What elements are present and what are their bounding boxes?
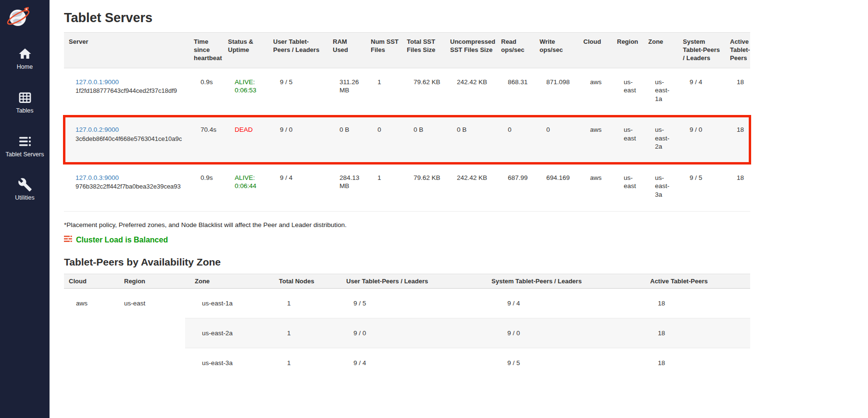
server-uuid: 976b382c2ff442f7ba0bea32e39cea93 xyxy=(75,182,188,191)
uptime-value: 0:06:53 xyxy=(235,86,266,95)
total-sst-cell: 79.62 KB xyxy=(402,68,445,116)
col-cloud: Cloud xyxy=(579,33,612,68)
user-peers-cell: 9 / 4 xyxy=(332,348,476,378)
zone-cell: us-east-2a xyxy=(185,318,269,348)
server-cell: 127.0.0.3:9000 976b382c2ff442f7ba0bea32e… xyxy=(64,164,189,212)
yugabyte-logo-icon[interactable] xyxy=(6,4,50,32)
sidebar-item-label: Utilities xyxy=(15,195,34,202)
col-region: Region xyxy=(612,33,643,68)
col-user-peers: User Tablet-Peers / Leaders xyxy=(332,274,476,289)
col-user-peers: User Tablet-Peers / Leaders xyxy=(268,33,328,68)
system-peers-cell: 9 / 0 xyxy=(476,318,640,348)
server-uuid: 1f2fd188777643cf944ced2f37c18df9 xyxy=(75,87,188,95)
ram-cell: 0 B xyxy=(328,116,366,164)
col-total-nodes: Total Nodes xyxy=(269,274,332,289)
read-ops-cell: 868.31 xyxy=(496,68,535,116)
col-uncompressed-sst: Uncompressed SST Files Size xyxy=(445,33,496,68)
az-row: aws us-east us-east-1a 1 9 / 5 9 / 4 18 xyxy=(64,289,750,318)
server-row: 127.0.0.1:9000 1f2fd188777643cf944ced2f3… xyxy=(64,68,750,116)
sidebar: Home Tables xyxy=(0,0,50,418)
balance-status-text: Cluster Load is Balanced xyxy=(76,236,168,244)
cloud-cell: aws xyxy=(579,164,612,212)
status-cell: ALIVE: 0:06:53 xyxy=(223,68,268,116)
write-ops-cell: 694.169 xyxy=(535,164,579,212)
region-cell: us-east xyxy=(111,289,185,378)
col-active-peers: Active Tablet-Peers xyxy=(725,33,750,68)
server-cell: 127.0.0.1:9000 1f2fd188777643cf944ced2f3… xyxy=(64,68,189,116)
col-system-peers: System Tablet-Peers / Leaders xyxy=(678,33,725,68)
col-read-ops: Read ops/sec xyxy=(496,33,535,68)
col-server: Server xyxy=(64,33,189,68)
zone-cell: us-east-1a xyxy=(185,289,269,318)
placement-policy-footnote: *Placement policy, Preferred zones, and … xyxy=(64,221,868,228)
active-peers-cell: 18 xyxy=(725,164,750,212)
cluster-load-status: Cluster Load is Balanced xyxy=(64,235,868,245)
col-ram: RAM Used xyxy=(328,33,366,68)
region-cell: us-east xyxy=(612,164,643,212)
user-peers-cell: 9 / 4 xyxy=(268,164,328,212)
system-peers-cell: 9 / 4 xyxy=(476,289,640,318)
system-peers-cell: 9 / 5 xyxy=(678,164,725,212)
zone-cell: us-east-3a xyxy=(185,348,269,378)
ram-cell: 311.26 MB xyxy=(328,68,366,116)
active-peers-cell: 18 xyxy=(640,289,750,318)
user-peers-cell: 9 / 0 xyxy=(332,318,476,348)
active-peers-cell: 18 xyxy=(640,348,750,378)
main-content: Tablet Servers Server Time since heartbe… xyxy=(50,0,868,418)
system-peers-cell: 9 / 4 xyxy=(678,68,725,116)
num-sst-cell: 1 xyxy=(366,68,402,116)
cloud-cell: aws xyxy=(579,68,612,116)
region-cell: us-east xyxy=(612,116,643,164)
balance-icon xyxy=(64,235,72,245)
status-cell: ALIVE: 0:06:44 xyxy=(223,164,268,212)
user-peers-cell: 9 / 5 xyxy=(268,68,328,116)
sidebar-item-label: Tablet Servers xyxy=(6,152,44,158)
cloud-cell: aws xyxy=(579,116,612,164)
col-write-ops: Write ops/sec xyxy=(535,33,579,68)
server-cell: 127.0.0.2:9000 3c6deb86f40c4f668e5763041… xyxy=(64,116,189,164)
sidebar-item-tables[interactable]: Tables xyxy=(0,90,50,114)
system-peers-cell: 9 / 0 xyxy=(678,116,725,164)
col-system-peers: System Tablet-Peers / Leaders xyxy=(476,274,640,289)
read-ops-cell: 0 xyxy=(496,116,535,164)
utilities-icon xyxy=(18,177,32,192)
col-zone: Zone xyxy=(643,33,678,68)
user-peers-cell: 9 / 0 xyxy=(268,116,328,164)
sidebar-item-label: Home xyxy=(17,64,33,71)
zone-cell: us-east-1a xyxy=(643,68,678,116)
col-heartbeat: Time since heartbeat xyxy=(189,33,223,68)
total-nodes-cell: 1 xyxy=(269,289,332,318)
active-peers-cell: 18 xyxy=(640,318,750,348)
heartbeat-cell: 0.9s xyxy=(189,68,223,116)
server-link[interactable]: 127.0.0.1:9000 xyxy=(75,78,119,86)
sidebar-item-utilities[interactable]: Utilities xyxy=(0,177,50,202)
tablet-peers-by-az-table: Cloud Region Zone Total Nodes User Table… xyxy=(64,274,750,378)
ram-cell: 284.13 MB xyxy=(328,164,366,212)
uncompressed-sst-cell: 242.42 KB xyxy=(445,68,496,116)
zone-cell: us-east-3a xyxy=(643,164,678,212)
system-peers-cell: 9 / 5 xyxy=(476,348,640,378)
tables-icon xyxy=(18,90,32,105)
sidebar-nav: Home Tables xyxy=(0,46,50,202)
sidebar-item-home[interactable]: Home xyxy=(0,46,50,71)
uncompressed-sst-cell: 0 B xyxy=(445,116,496,164)
col-region: Region xyxy=(111,274,185,289)
server-row: 127.0.0.3:9000 976b382c2ff442f7ba0bea32e… xyxy=(64,164,750,212)
server-link[interactable]: 127.0.0.2:9000 xyxy=(75,126,119,133)
total-nodes-cell: 1 xyxy=(269,348,332,378)
home-icon xyxy=(18,46,32,62)
heartbeat-cell: 0.9s xyxy=(189,164,223,212)
total-nodes-cell: 1 xyxy=(269,318,332,348)
server-link[interactable]: 127.0.0.3:9000 xyxy=(75,174,119,181)
tablet-servers-icon xyxy=(17,134,33,149)
num-sst-cell: 1 xyxy=(366,164,402,212)
col-total-sst: Total SST Files Size xyxy=(402,33,445,68)
total-sst-cell: 0 B xyxy=(402,116,445,164)
sidebar-item-tablet-servers[interactable]: Tablet Servers xyxy=(0,134,50,158)
tablet-servers-table: Server Time since heartbeat Status & Upt… xyxy=(64,32,750,212)
table-header-row: Cloud Region Zone Total Nodes User Table… xyxy=(64,274,750,289)
status-cell: DEAD xyxy=(223,116,268,164)
active-peers-cell: 18 xyxy=(725,116,750,164)
col-zone: Zone xyxy=(185,274,269,289)
cloud-cell: aws xyxy=(64,289,111,378)
